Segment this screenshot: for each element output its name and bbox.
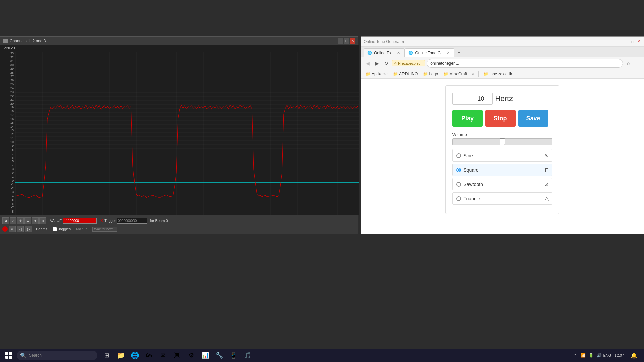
save-button[interactable]: Save: [518, 110, 548, 127]
volume-slider-track[interactable]: [452, 138, 552, 145]
prev-button[interactable]: ◀: [2, 217, 9, 224]
pencil-button[interactable]: ✏: [9, 226, 16, 232]
waveform-sawtooth[interactable]: Sawtooth ⊿: [452, 178, 552, 190]
square-option-left: Square: [456, 167, 479, 173]
y-label-11: 11: [1, 137, 15, 140]
toolbar-row2: ✏ ◁ ▷ Beams Jaggies Manual Wait for next…: [2, 226, 168, 232]
jaggies-checkbox-label[interactable]: Jaggies: [53, 227, 71, 231]
taskbar-app1[interactable]: 📊: [199, 349, 212, 362]
folder-icon-inne: 📁: [483, 72, 488, 76]
browser-controls: ─ □ ✕: [624, 39, 641, 44]
tray-chevron-icon[interactable]: ^: [572, 352, 578, 359]
taskbar-mail[interactable]: ✉: [156, 349, 170, 362]
waveform-sine[interactable]: Sine ∿: [452, 149, 552, 162]
right-button[interactable]: ▷: [25, 226, 32, 232]
task-view-icon[interactable]: ⊞: [100, 349, 113, 362]
beam-label: for Beam 0: [150, 219, 168, 223]
tab1-label: Online To...: [374, 51, 394, 55]
url-bar[interactable]: onlinetonegen...: [427, 59, 623, 68]
triangle-label: Triangle: [464, 196, 480, 201]
volume-row: Volume: [452, 132, 552, 145]
bookmark-inne[interactable]: 📁 Inne zakładk...: [481, 71, 517, 77]
tab1-close-icon[interactable]: ✕: [396, 51, 401, 55]
app-icon: [3, 39, 8, 43]
back-button[interactable]: ◀: [364, 59, 372, 67]
bookmark-lego[interactable]: 📁 Lego: [421, 71, 440, 77]
trigger-input[interactable]: [117, 218, 147, 224]
browser-tab-2[interactable]: 🌐 Online Tone G... ✕: [405, 48, 454, 57]
value-input[interactable]: [63, 218, 97, 224]
taskbar-settings[interactable]: ⚙: [184, 349, 198, 362]
wait-button[interactable]: Wait for next...: [92, 227, 117, 232]
beams-link[interactable]: Beams: [36, 227, 47, 231]
waveform-triangle[interactable]: Triangle △: [452, 192, 552, 205]
y-label-4: 4: [1, 164, 15, 167]
down-button[interactable]: ▼: [32, 217, 39, 224]
taskbar-app4[interactable]: 🎵: [241, 349, 254, 362]
left-button[interactable]: ◁: [17, 226, 24, 232]
tray-language-icon[interactable]: ENG: [604, 352, 610, 359]
triangle-radio[interactable]: [456, 196, 461, 201]
bookmark-star-button[interactable]: ☆: [624, 59, 632, 67]
y-label-3: 3: [1, 168, 15, 171]
taskbar-app3[interactable]: 📱: [227, 349, 240, 362]
url-actions: ☆ ⋮: [624, 59, 641, 67]
bookmark-aplikacje-label: Aplikacje: [372, 72, 388, 76]
tab2-close-icon[interactable]: ✕: [446, 51, 451, 55]
bookmark-arduino[interactable]: 📁 ARDUINO: [391, 71, 420, 77]
tray-volume-icon[interactable]: 🔊: [596, 352, 602, 359]
tray-network-icon[interactable]: 📶: [580, 352, 586, 359]
cursor-button[interactable]: ✛: [17, 217, 24, 224]
start-button[interactable]: [2, 349, 15, 362]
taskbar-edge[interactable]: 🌐: [128, 349, 142, 362]
y-label-23: 23: [1, 90, 15, 94]
browser-close[interactable]: ✕: [636, 39, 641, 44]
tab2-label: Online Tone G...: [415, 51, 444, 55]
folder-icon-aplikacje: 📁: [366, 72, 371, 76]
y-label-30: 30: [1, 64, 15, 67]
frequency-input[interactable]: [452, 93, 493, 105]
taskbar-explorer[interactable]: 📁: [114, 349, 127, 362]
jaggies-checkbox[interactable]: [53, 227, 57, 231]
clock[interactable]: 12:07: [612, 353, 627, 357]
y-label-17: 17: [1, 114, 15, 117]
up-button[interactable]: ▲: [24, 217, 31, 224]
waveform-square[interactable]: Square ⊓: [452, 164, 552, 176]
play-button[interactable]: Play: [452, 110, 483, 127]
maximize-button[interactable]: □: [344, 38, 349, 44]
minimize-button[interactable]: ─: [338, 38, 343, 44]
jaggies-text: Jaggies: [58, 227, 71, 231]
browser-maximize[interactable]: □: [630, 39, 635, 44]
tray-battery-icon[interactable]: 🔋: [588, 352, 594, 359]
square-radio[interactable]: [456, 168, 461, 172]
taskbar-search[interactable]: 🔍 Search: [17, 351, 97, 360]
sawtooth-radio[interactable]: [456, 182, 461, 187]
stop-button[interactable]: Stop: [485, 110, 516, 127]
browser-minimize[interactable]: ─: [624, 39, 629, 44]
taskbar-photos[interactable]: 🖼: [170, 349, 184, 362]
y-label-10: 10: [1, 141, 15, 144]
y-label-19: 19: [1, 106, 15, 109]
refresh-button[interactable]: ↻: [382, 59, 390, 67]
volume-slider-thumb[interactable]: [500, 138, 505, 145]
close-button[interactable]: ✕: [350, 38, 355, 44]
settings-button[interactable]: ⋮: [633, 59, 641, 67]
bookmark-minecraft[interactable]: 📁 MineCraft: [441, 71, 469, 77]
bookmark-aplikacje[interactable]: 📁 Aplikacje: [364, 71, 390, 77]
app-title: Channels 1, 2 and 3: [10, 39, 46, 43]
prev2-button[interactable]: ◁: [10, 217, 16, 224]
notification-button[interactable]: 🔔: [628, 349, 640, 362]
sine-radio[interactable]: [456, 153, 461, 158]
browser-tab-1[interactable]: 🌐 Online To... ✕: [364, 48, 405, 57]
freq-row: Hertz: [452, 93, 552, 105]
bookmarks-more-icon[interactable]: »: [470, 71, 476, 77]
forward-button[interactable]: ▶: [373, 59, 381, 67]
browser-title-left: Online Tone Generator: [364, 39, 404, 44]
taskbar-store[interactable]: 🛍: [142, 349, 156, 362]
zoom-button[interactable]: ⊕: [39, 217, 46, 224]
taskbar-app2[interactable]: 🔧: [213, 349, 226, 362]
new-tab-button[interactable]: +: [454, 48, 463, 57]
y-label-n7: -7: [1, 206, 15, 209]
browser-titlebar: Online Tone Generator ─ □ ✕: [361, 37, 644, 47]
sawtooth-option-left: Sawtooth: [456, 182, 483, 187]
